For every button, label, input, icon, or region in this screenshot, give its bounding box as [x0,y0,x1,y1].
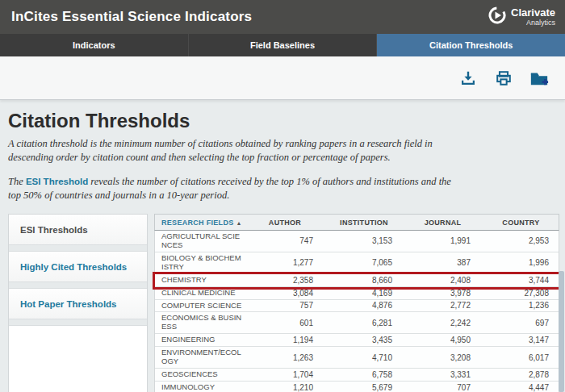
toolbar [0,56,565,100]
cell-institution: 8,660 [324,276,404,285]
column-header-research-fields[interactable]: RESEARCH FIELDS▲ [155,219,245,227]
cell-journal: 1,991 [404,236,482,245]
cell-country: 27,308 [482,289,560,298]
esi-note-prefix: The [8,176,26,187]
cell-institution: 6,758 [324,370,404,379]
cell-country: 3,744 [482,276,560,285]
table-row-computer-science: COMPUTER SCIENCE 757 4,876 2,772 1,236 [155,300,559,313]
cell-country: 6,017 [482,353,560,362]
cell-research-field: CLINICAL MEDICINE [155,288,245,298]
cell-author: 757 [245,301,324,310]
column-header-country[interactable]: COUNTRY [482,219,560,227]
cell-research-field: ENGINEERING [155,335,245,345]
cell-institution: 6,281 [324,319,404,327]
tab-indicators[interactable]: Indicators [0,34,189,56]
sidebar-separator [9,244,147,252]
table-header-row: RESEARCH FIELDS▲ AUTHOR INSTITUTION JOUR… [154,214,559,231]
cell-institution: 5,679 [324,383,404,392]
table-body: AGRICULTURAL SCIENCES 747 3,153 1,991 2,… [154,231,559,392]
cell-author: 1,704 [245,370,324,379]
table-row-clinical-medicine: CLINICAL MEDICINE 3,084 4,169 3,978 27,3… [155,287,559,300]
main-content: Citation Thresholds A citation threshold… [0,100,565,392]
cell-journal: 4,950 [404,336,482,344]
cell-research-field: COMPUTER SCIENCE [155,301,245,311]
cell-institution: 3,153 [324,236,404,245]
cell-country: 4,447 [482,383,560,392]
cell-journal: 3,208 [404,353,482,362]
logo-name: Clarivate [511,7,555,18]
cell-journal: 707 [404,383,482,392]
cell-author: 2,358 [245,276,324,285]
sidebar-item-esi-thresholds[interactable]: ESI Thresholds [9,215,147,244]
cell-country: 1,996 [482,258,560,267]
cell-author: 1,194 [245,336,324,344]
sidebar-item-highly-cited-thresholds[interactable]: Highly Cited Thresholds [9,252,147,281]
tab-label: Indicators [73,40,115,50]
app-title: InCites Essential Science Indicators [11,9,252,25]
cell-institution: 7,065 [324,258,404,267]
sidebar-item-label: Hot Paper Thresholds [20,299,117,309]
sidebar-item-label: Highly Cited Thresholds [20,262,127,272]
thresholds-sidebar: ESI ThresholdsHighly Cited ThresholdsHot… [8,214,148,392]
column-header-author[interactable]: AUTHOR [245,219,324,227]
cell-author: 747 [245,236,324,245]
cell-journal: 2,408 [404,276,482,285]
cell-research-field: BIOLOGY & BIOCHEMISTRY [155,253,245,273]
cell-research-field: CHEMISTRY [155,275,245,286]
cell-country: 3,147 [482,336,560,344]
logo-sub: Analytics [511,19,555,27]
download-icon[interactable] [458,69,478,88]
cell-research-field: ENVIRONMENT/ECOLOGY [155,348,245,367]
sidebar-item-hot-paper-thresholds[interactable]: Hot Paper Thresholds [9,289,147,319]
sidebar-item-label: ESI Thresholds [20,225,88,235]
cell-author: 3,084 [245,289,324,298]
cell-institution: 3,435 [324,336,404,344]
cell-journal: 3,331 [404,370,482,379]
table-row-economics-business: ECONOMICS & BUSINESS 601 6,281 2,242 697 [155,312,559,334]
cell-institution: 4,169 [324,289,404,298]
cell-author: 1,210 [245,383,324,392]
cell-journal: 2,242 [404,319,482,327]
sidebar-separator [9,281,147,289]
cell-country: 697 [482,319,560,327]
table-row-agricultural-sciences: AGRICULTURAL SCIENCES 747 3,153 1,991 2,… [155,231,559,252]
page-description: A citation threshold is the minimum numb… [8,137,448,164]
cell-research-field: AGRICULTURAL SCIENCES [155,231,245,251]
cell-author: 601 [245,319,324,327]
add-folder-icon[interactable] [529,69,549,88]
cell-journal: 387 [404,258,482,267]
table-row-immunology: IMMUNOLOGY 1,210 5,679 707 4,447 [155,382,559,392]
thresholds-table: RESEARCH FIELDS▲ AUTHOR INSTITUTION JOUR… [154,214,559,392]
cell-institution: 4,876 [324,301,404,310]
column-header-journal[interactable]: JOURNAL [404,219,482,227]
esi-threshold-link[interactable]: ESI Threshold [26,177,88,186]
tab-label: Field Baselines [250,40,315,50]
tab-bar: Indicators Field Baselines Citation Thre… [0,34,565,56]
cell-research-field: ECONOMICS & BUSINESS [155,313,245,332]
cell-journal: 3,978 [404,289,482,298]
table-row-chemistry: CHEMISTRY 2,358 8,660 2,408 3,744 [155,274,559,287]
cell-country: 2,878 [482,370,560,379]
table-scrollbar-thumb[interactable] [559,271,564,392]
sort-ascending-icon: ▲ [236,220,242,226]
cell-country: 1,236 [482,301,560,310]
cell-research-field: GEOSCIENCES [155,369,245,380]
clarivate-logo: Clarivate Analytics [488,6,555,28]
cell-research-field: IMMUNOLOGY [155,382,245,392]
table-row-biology-biochemistry: BIOLOGY & BIOCHEMISTRY 1,277 7,065 387 1… [155,252,559,274]
page-title: Citation Thresholds [8,110,565,132]
sidebar-separator [9,319,147,326]
cell-author: 1,277 [245,258,324,267]
cell-author: 1,263 [245,353,324,362]
table-row-engineering: ENGINEERING 1,194 3,435 4,950 3,147 [155,334,559,347]
tab-field-baselines[interactable]: Field Baselines [189,34,378,56]
tab-citation-thresholds[interactable]: Citation Thresholds [377,34,565,56]
print-icon[interactable] [494,69,513,88]
cell-institution: 4,710 [324,353,404,362]
cell-country: 2,953 [482,236,560,245]
column-header-institution[interactable]: INSTITUTION [324,219,404,227]
esi-note: The ESI Threshold reveals the number of … [8,175,456,202]
cell-journal: 2,772 [404,301,482,310]
table-row-environment-ecology: ENVIRONMENT/ECOLOGY 1,263 4,710 3,208 6,… [155,347,559,369]
tab-label: Citation Thresholds [429,40,513,50]
